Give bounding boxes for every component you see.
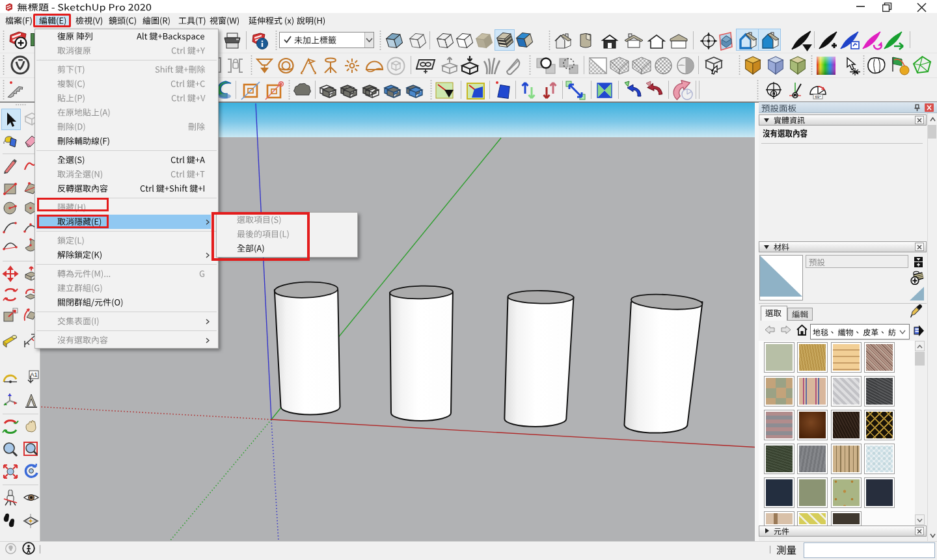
svg-text:A1: A1 [30,371,37,378]
svg-text:69°: 69° [815,95,821,99]
